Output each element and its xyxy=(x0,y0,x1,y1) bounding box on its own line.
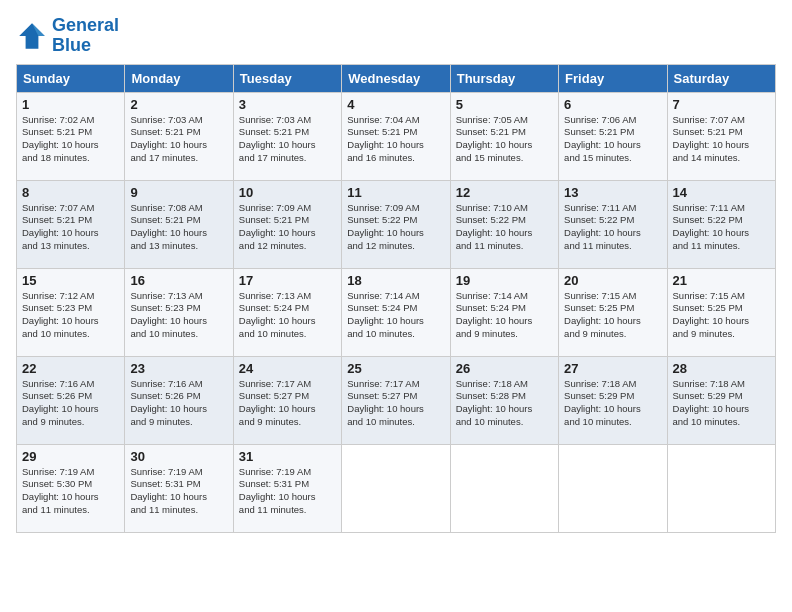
day-number: 20 xyxy=(564,273,661,288)
day-info: Sunrise: 7:12 AM Sunset: 5:23 PM Dayligh… xyxy=(22,290,119,341)
weekday-header-wednesday: Wednesday xyxy=(342,64,450,92)
weekday-header-thursday: Thursday xyxy=(450,64,558,92)
day-info: Sunrise: 7:03 AM Sunset: 5:21 PM Dayligh… xyxy=(130,114,227,165)
day-number: 22 xyxy=(22,361,119,376)
calendar-day-cell: 23Sunrise: 7:16 AM Sunset: 5:26 PM Dayli… xyxy=(125,356,233,444)
day-info: Sunrise: 7:09 AM Sunset: 5:22 PM Dayligh… xyxy=(347,202,444,253)
day-info: Sunrise: 7:17 AM Sunset: 5:27 PM Dayligh… xyxy=(239,378,336,429)
calendar-day-cell: 18Sunrise: 7:14 AM Sunset: 5:24 PM Dayli… xyxy=(342,268,450,356)
calendar-day-cell: 11Sunrise: 7:09 AM Sunset: 5:22 PM Dayli… xyxy=(342,180,450,268)
calendar-header-row: SundayMondayTuesdayWednesdayThursdayFrid… xyxy=(17,64,776,92)
day-number: 5 xyxy=(456,97,553,112)
calendar-body: 1Sunrise: 7:02 AM Sunset: 5:21 PM Daylig… xyxy=(17,92,776,532)
day-info: Sunrise: 7:18 AM Sunset: 5:29 PM Dayligh… xyxy=(673,378,770,429)
day-number: 4 xyxy=(347,97,444,112)
calendar-week-row: 1Sunrise: 7:02 AM Sunset: 5:21 PM Daylig… xyxy=(17,92,776,180)
day-number: 25 xyxy=(347,361,444,376)
calendar-week-row: 22Sunrise: 7:16 AM Sunset: 5:26 PM Dayli… xyxy=(17,356,776,444)
empty-day-cell xyxy=(559,444,667,532)
calendar-day-cell: 6Sunrise: 7:06 AM Sunset: 5:21 PM Daylig… xyxy=(559,92,667,180)
calendar-day-cell: 1Sunrise: 7:02 AM Sunset: 5:21 PM Daylig… xyxy=(17,92,125,180)
weekday-header-sunday: Sunday xyxy=(17,64,125,92)
day-info: Sunrise: 7:07 AM Sunset: 5:21 PM Dayligh… xyxy=(673,114,770,165)
calendar-day-cell: 31Sunrise: 7:19 AM Sunset: 5:31 PM Dayli… xyxy=(233,444,341,532)
day-info: Sunrise: 7:07 AM Sunset: 5:21 PM Dayligh… xyxy=(22,202,119,253)
day-number: 21 xyxy=(673,273,770,288)
day-info: Sunrise: 7:18 AM Sunset: 5:29 PM Dayligh… xyxy=(564,378,661,429)
day-info: Sunrise: 7:13 AM Sunset: 5:23 PM Dayligh… xyxy=(130,290,227,341)
day-info: Sunrise: 7:05 AM Sunset: 5:21 PM Dayligh… xyxy=(456,114,553,165)
calendar-week-row: 15Sunrise: 7:12 AM Sunset: 5:23 PM Dayli… xyxy=(17,268,776,356)
empty-day-cell xyxy=(667,444,775,532)
day-info: Sunrise: 7:15 AM Sunset: 5:25 PM Dayligh… xyxy=(564,290,661,341)
calendar-day-cell: 21Sunrise: 7:15 AM Sunset: 5:25 PM Dayli… xyxy=(667,268,775,356)
day-info: Sunrise: 7:14 AM Sunset: 5:24 PM Dayligh… xyxy=(456,290,553,341)
calendar-day-cell: 5Sunrise: 7:05 AM Sunset: 5:21 PM Daylig… xyxy=(450,92,558,180)
day-number: 28 xyxy=(673,361,770,376)
calendar-day-cell: 27Sunrise: 7:18 AM Sunset: 5:29 PM Dayli… xyxy=(559,356,667,444)
calendar-day-cell: 17Sunrise: 7:13 AM Sunset: 5:24 PM Dayli… xyxy=(233,268,341,356)
calendar-day-cell: 10Sunrise: 7:09 AM Sunset: 5:21 PM Dayli… xyxy=(233,180,341,268)
day-info: Sunrise: 7:11 AM Sunset: 5:22 PM Dayligh… xyxy=(564,202,661,253)
weekday-header-friday: Friday xyxy=(559,64,667,92)
calendar-day-cell: 24Sunrise: 7:17 AM Sunset: 5:27 PM Dayli… xyxy=(233,356,341,444)
day-number: 6 xyxy=(564,97,661,112)
calendar-day-cell: 2Sunrise: 7:03 AM Sunset: 5:21 PM Daylig… xyxy=(125,92,233,180)
calendar-day-cell: 8Sunrise: 7:07 AM Sunset: 5:21 PM Daylig… xyxy=(17,180,125,268)
day-info: Sunrise: 7:19 AM Sunset: 5:31 PM Dayligh… xyxy=(239,466,336,517)
day-info: Sunrise: 7:02 AM Sunset: 5:21 PM Dayligh… xyxy=(22,114,119,165)
calendar-week-row: 29Sunrise: 7:19 AM Sunset: 5:30 PM Dayli… xyxy=(17,444,776,532)
day-info: Sunrise: 7:09 AM Sunset: 5:21 PM Dayligh… xyxy=(239,202,336,253)
day-number: 26 xyxy=(456,361,553,376)
day-number: 16 xyxy=(130,273,227,288)
day-info: Sunrise: 7:15 AM Sunset: 5:25 PM Dayligh… xyxy=(673,290,770,341)
day-number: 23 xyxy=(130,361,227,376)
calendar-week-row: 8Sunrise: 7:07 AM Sunset: 5:21 PM Daylig… xyxy=(17,180,776,268)
empty-day-cell xyxy=(450,444,558,532)
calendar-table: SundayMondayTuesdayWednesdayThursdayFrid… xyxy=(16,64,776,533)
day-info: Sunrise: 7:17 AM Sunset: 5:27 PM Dayligh… xyxy=(347,378,444,429)
day-number: 30 xyxy=(130,449,227,464)
day-info: Sunrise: 7:16 AM Sunset: 5:26 PM Dayligh… xyxy=(130,378,227,429)
calendar-day-cell: 9Sunrise: 7:08 AM Sunset: 5:21 PM Daylig… xyxy=(125,180,233,268)
day-number: 14 xyxy=(673,185,770,200)
day-number: 29 xyxy=(22,449,119,464)
day-info: Sunrise: 7:03 AM Sunset: 5:21 PM Dayligh… xyxy=(239,114,336,165)
calendar-day-cell: 13Sunrise: 7:11 AM Sunset: 5:22 PM Dayli… xyxy=(559,180,667,268)
day-number: 2 xyxy=(130,97,227,112)
calendar-day-cell: 16Sunrise: 7:13 AM Sunset: 5:23 PM Dayli… xyxy=(125,268,233,356)
day-number: 18 xyxy=(347,273,444,288)
page-header: GeneralBlue xyxy=(16,16,776,56)
calendar-day-cell: 22Sunrise: 7:16 AM Sunset: 5:26 PM Dayli… xyxy=(17,356,125,444)
weekday-header-tuesday: Tuesday xyxy=(233,64,341,92)
calendar-day-cell: 20Sunrise: 7:15 AM Sunset: 5:25 PM Dayli… xyxy=(559,268,667,356)
day-info: Sunrise: 7:08 AM Sunset: 5:21 PM Dayligh… xyxy=(130,202,227,253)
day-number: 15 xyxy=(22,273,119,288)
day-number: 1 xyxy=(22,97,119,112)
day-number: 31 xyxy=(239,449,336,464)
weekday-header-saturday: Saturday xyxy=(667,64,775,92)
calendar-day-cell: 26Sunrise: 7:18 AM Sunset: 5:28 PM Dayli… xyxy=(450,356,558,444)
logo-text: GeneralBlue xyxy=(52,16,119,56)
logo-icon xyxy=(16,20,48,52)
calendar-day-cell: 28Sunrise: 7:18 AM Sunset: 5:29 PM Dayli… xyxy=(667,356,775,444)
day-number: 13 xyxy=(564,185,661,200)
logo: GeneralBlue xyxy=(16,16,119,56)
empty-day-cell xyxy=(342,444,450,532)
calendar-day-cell: 19Sunrise: 7:14 AM Sunset: 5:24 PM Dayli… xyxy=(450,268,558,356)
calendar-day-cell: 3Sunrise: 7:03 AM Sunset: 5:21 PM Daylig… xyxy=(233,92,341,180)
day-info: Sunrise: 7:13 AM Sunset: 5:24 PM Dayligh… xyxy=(239,290,336,341)
day-number: 24 xyxy=(239,361,336,376)
day-info: Sunrise: 7:11 AM Sunset: 5:22 PM Dayligh… xyxy=(673,202,770,253)
day-number: 3 xyxy=(239,97,336,112)
calendar-day-cell: 25Sunrise: 7:17 AM Sunset: 5:27 PM Dayli… xyxy=(342,356,450,444)
day-info: Sunrise: 7:10 AM Sunset: 5:22 PM Dayligh… xyxy=(456,202,553,253)
calendar-day-cell: 30Sunrise: 7:19 AM Sunset: 5:31 PM Dayli… xyxy=(125,444,233,532)
day-info: Sunrise: 7:16 AM Sunset: 5:26 PM Dayligh… xyxy=(22,378,119,429)
day-number: 9 xyxy=(130,185,227,200)
day-number: 12 xyxy=(456,185,553,200)
day-number: 10 xyxy=(239,185,336,200)
day-info: Sunrise: 7:04 AM Sunset: 5:21 PM Dayligh… xyxy=(347,114,444,165)
calendar-day-cell: 12Sunrise: 7:10 AM Sunset: 5:22 PM Dayli… xyxy=(450,180,558,268)
calendar-day-cell: 15Sunrise: 7:12 AM Sunset: 5:23 PM Dayli… xyxy=(17,268,125,356)
